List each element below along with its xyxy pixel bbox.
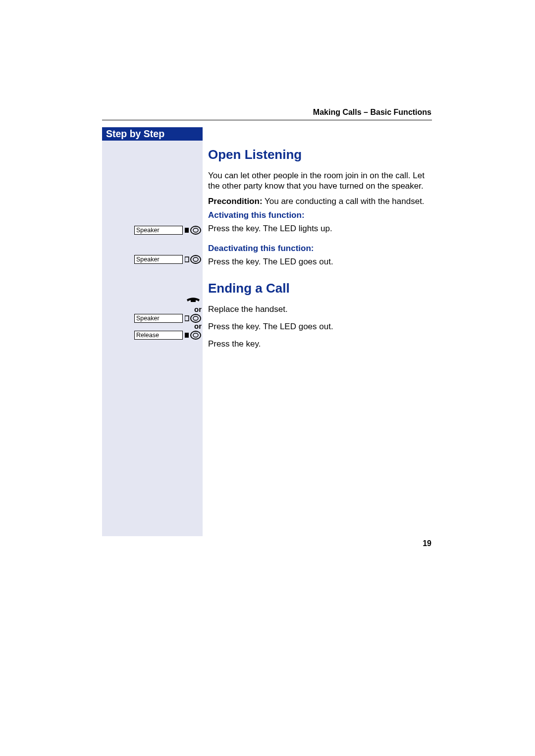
step-release: Release [101,330,202,340]
svg-point-1 [193,228,198,232]
sidebar-title: Step by Step [102,127,203,141]
key-label-release: Release [134,331,183,340]
precondition-label: Precondition: [208,197,263,206]
text-end-step3: Press the key. [208,339,432,349]
svg-point-3 [191,255,201,263]
text-activating: Press the key. The LED lights up. [208,223,432,234]
key-label-speaker: Speaker [134,255,183,264]
text-deactivating: Press the key. The LED goes out. [208,256,432,267]
step-speaker-on: Speaker [101,225,202,235]
page-number: 19 [423,539,431,548]
precondition-text: You are conducting a call with the hand­… [263,197,425,206]
handset-icon [186,298,202,305]
subheading-activating: Activating this function: [208,210,432,220]
svg-point-9 [193,333,198,337]
step-speaker-off: Speaker [101,254,202,264]
header-section-title: Making Calls – Basic Functions [313,108,431,117]
svg-point-4 [193,257,198,261]
svg-rect-5 [185,316,189,321]
svg-point-6 [191,314,201,322]
led-off-icon [185,255,202,264]
svg-point-8 [191,331,201,339]
text-end-step1: Replace the handset. [208,304,432,314]
led-on-icon [185,226,202,235]
or-label-2: or [101,322,202,330]
para-intro: You can let other people in the room joi… [208,170,432,191]
key-label-speaker: Speaker [134,226,183,235]
svg-rect-2 [185,257,189,262]
heading-ending-call: Ending a Call [208,281,432,296]
text-end-step2: Press the key. The LED goes out. [208,321,432,332]
subheading-deactivating: Deactivating this function: [208,244,432,253]
heading-open-listening: Open Listening [208,147,432,162]
svg-point-7 [193,316,198,320]
main-content: Open Listening You can let other people … [208,127,432,349]
svg-point-0 [191,226,201,234]
para-precondition: Precondition: You are conducting a call … [208,196,432,206]
page: Making Calls – Basic Functions Step by S… [0,0,535,756]
or-label-1: or [101,305,202,313]
horizontal-rule [102,120,432,120]
led-on-icon [185,331,202,340]
